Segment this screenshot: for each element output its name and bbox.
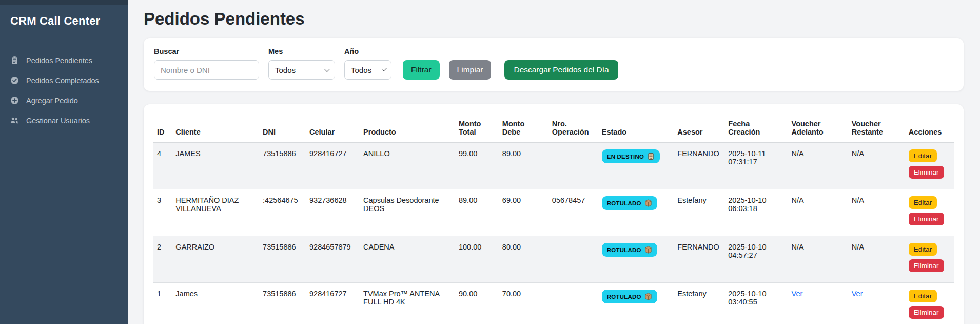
table-body: 4JAMES73515886928416727ANILLO99.0089.00E… bbox=[153, 143, 954, 324]
cell-cliente: James bbox=[171, 283, 259, 324]
chevron-down-icon bbox=[324, 66, 330, 72]
column-header: Producto bbox=[359, 112, 455, 143]
column-header: Monto Total bbox=[455, 112, 498, 143]
cell-celular: 9284657879 bbox=[305, 236, 359, 283]
package-icon bbox=[644, 199, 652, 207]
eliminar-button[interactable]: Eliminar bbox=[909, 166, 944, 179]
status-badge-label: ROTULADO bbox=[607, 247, 641, 253]
eliminar-button[interactable]: Eliminar bbox=[909, 259, 944, 272]
column-header: Estado bbox=[598, 112, 674, 143]
cell-dni: 73515886 bbox=[259, 236, 305, 283]
sidebar-item-pedidos-pendientes[interactable]: Pedidos Pendientes bbox=[0, 50, 128, 70]
mes-select[interactable]: Todos bbox=[268, 60, 335, 80]
sidebar: CRM Call Center Pedidos Pendientes Pedid… bbox=[0, 0, 128, 324]
status-badge: ROTULADO bbox=[602, 243, 657, 257]
cell-celular: 928416727 bbox=[305, 283, 359, 324]
cell-acciones: EditarEliminar bbox=[905, 143, 954, 189]
cell-monto-debe: 89.00 bbox=[498, 143, 548, 189]
cell-voucher-adelanto: N/A bbox=[788, 189, 848, 236]
cell-nro-operacion: 05678457 bbox=[548, 189, 598, 236]
cell-asesor: FERNANDO bbox=[673, 143, 724, 189]
cell-estado: ROTULADO bbox=[598, 189, 674, 236]
column-header: Acciones bbox=[905, 112, 954, 143]
page-title: Pedidos Pendientes bbox=[144, 9, 964, 29]
cell-id: 3 bbox=[153, 189, 171, 236]
cell-id: 1 bbox=[153, 283, 171, 324]
sidebar-item-gestionar-usuarios[interactable]: Gestionar Usuarios bbox=[0, 110, 128, 130]
cell-id: 2 bbox=[153, 236, 171, 283]
column-header: Monto Debe bbox=[498, 112, 548, 143]
cell-voucher-restante: Ver bbox=[848, 283, 905, 324]
status-badge-label: ROTULADO bbox=[607, 200, 641, 206]
cell-monto-total: 89.00 bbox=[455, 189, 498, 236]
status-badge: EN DESTINO bbox=[602, 149, 660, 163]
ano-select-value: Todos bbox=[351, 66, 371, 74]
package-icon bbox=[644, 246, 652, 254]
voucher-adelanto-link[interactable]: Ver bbox=[792, 290, 803, 298]
status-badge-label: EN DESTINO bbox=[607, 154, 644, 160]
cell-asesor: Estefany bbox=[673, 283, 724, 324]
cell-nro-operacion bbox=[548, 283, 598, 324]
search-input[interactable] bbox=[154, 60, 259, 80]
table-row: 4JAMES73515886928416727ANILLO99.0089.00E… bbox=[153, 143, 954, 189]
cell-fecha-creacion: 2025-10-11 07:31:17 bbox=[724, 143, 787, 189]
cell-cliente: HERMITAÑO DIAZ VILLANUEVA bbox=[171, 189, 259, 236]
cell-nro-operacion bbox=[548, 143, 598, 189]
descargar-pedidos-button[interactable]: Descargar Pedidos del Día bbox=[504, 60, 618, 80]
sidebar-item-agregar-pedido[interactable]: Agregar Pedido bbox=[0, 90, 128, 110]
cell-acciones: EditarEliminar bbox=[905, 189, 954, 236]
cell-voucher-restante: N/A bbox=[848, 189, 905, 236]
voucher-restante-link[interactable]: Ver bbox=[852, 290, 863, 298]
editar-button[interactable]: Editar bbox=[909, 290, 937, 302]
editar-button[interactable]: Editar bbox=[909, 149, 937, 162]
cell-celular: 932736628 bbox=[305, 189, 359, 236]
ano-label: Año bbox=[344, 47, 391, 55]
editar-button[interactable]: Editar bbox=[909, 196, 937, 209]
cell-dni: 73515886 bbox=[259, 283, 305, 324]
cell-acciones: EditarEliminar bbox=[905, 236, 954, 283]
column-header: Voucher Adelanto bbox=[788, 112, 848, 143]
cell-producto: Capsulas Desodorante DEOS bbox=[359, 189, 455, 236]
cell-monto-total: 99.00 bbox=[455, 143, 498, 189]
limpiar-button[interactable]: Limpiar bbox=[449, 60, 492, 80]
cell-dni: :42564675 bbox=[259, 189, 305, 236]
orders-table-card: IDClienteDNICelularProductoMonto TotalMo… bbox=[144, 104, 964, 324]
clipboard-icon bbox=[10, 56, 19, 65]
column-header: Celular bbox=[305, 112, 359, 143]
mes-label: Mes bbox=[268, 47, 335, 55]
cell-estado: ROTULADO bbox=[598, 283, 674, 324]
cell-voucher-adelanto: N/A bbox=[788, 236, 848, 283]
cell-voucher-adelanto: Ver bbox=[788, 283, 848, 324]
sidebar-nav: Pedidos Pendientes Pedidos Completados A… bbox=[0, 50, 128, 130]
cell-acciones: EditarEliminar bbox=[905, 283, 954, 324]
filtrar-button[interactable]: Filtrar bbox=[403, 60, 440, 80]
column-header: Voucher Restante bbox=[848, 112, 905, 143]
ano-field: Año Todos bbox=[344, 47, 391, 80]
cell-asesor: FERNANDO bbox=[673, 236, 724, 283]
cell-monto-total: 100.00 bbox=[455, 236, 498, 283]
status-badge: ROTULADO bbox=[602, 196, 657, 210]
check-circle-icon bbox=[10, 76, 19, 85]
cell-celular: 928416727 bbox=[305, 143, 359, 189]
cell-producto: TVMax Pro™ ANTENA FULL HD 4K bbox=[359, 283, 455, 324]
chevron-down-icon bbox=[382, 67, 386, 71]
sidebar-item-pedidos-completados[interactable]: Pedidos Completados bbox=[0, 70, 128, 90]
column-header: DNI bbox=[259, 112, 305, 143]
cell-voucher-adelanto: N/A bbox=[788, 143, 848, 189]
editar-button[interactable]: Editar bbox=[909, 243, 937, 256]
ano-select[interactable]: Todos bbox=[344, 60, 391, 80]
cell-monto-debe: 69.00 bbox=[498, 189, 548, 236]
cell-voucher-restante: N/A bbox=[848, 143, 905, 189]
users-gear-icon bbox=[10, 116, 19, 125]
sidebar-item-label: Agregar Pedido bbox=[26, 97, 78, 105]
building-icon bbox=[647, 153, 655, 160]
mes-field: Mes Todos bbox=[268, 47, 335, 80]
eliminar-button[interactable]: Eliminar bbox=[909, 306, 944, 319]
cell-fecha-creacion: 2025-10-10 04:57:27 bbox=[724, 236, 787, 283]
cell-estado: ROTULADO bbox=[598, 236, 674, 283]
cell-cliente: JAMES bbox=[171, 143, 259, 189]
column-header: Fecha Creación bbox=[724, 112, 787, 143]
table-row: 1James73515886928416727TVMax Pro™ ANTENA… bbox=[153, 283, 954, 324]
table-row: 3HERMITAÑO DIAZ VILLANUEVA:4256467593273… bbox=[153, 189, 954, 236]
eliminar-button[interactable]: Eliminar bbox=[909, 213, 944, 225]
